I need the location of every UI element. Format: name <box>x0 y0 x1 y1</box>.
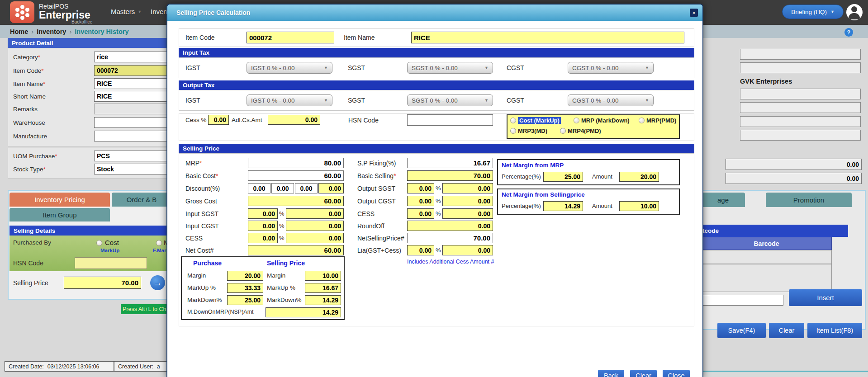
right-field-3[interactable] <box>740 89 861 99</box>
net-margin-sp-amt[interactable]: 10.00 <box>619 201 659 211</box>
input-sgst-pct-field[interactable]: 0.00 <box>248 208 278 219</box>
out-cess-pct-field[interactable]: 0.00 <box>407 208 434 219</box>
mrp-radio[interactable] <box>156 240 162 246</box>
discount-field-2[interactable]: 0.00 <box>271 183 294 193</box>
input-cgst-select[interactable]: CGST 0 % - 0.00▼ <box>568 62 654 74</box>
net-margin-mrp-pct[interactable]: 25.00 <box>543 172 583 182</box>
selling-margin-field[interactable]: 10.00 <box>305 271 341 281</box>
output-igst-select[interactable]: IGST 0 % - 0.00▼ <box>247 94 332 106</box>
tab-item-group[interactable]: Item Group <box>9 208 110 221</box>
input-igst-select[interactable]: IGST 0 % - 0.00▼ <box>247 62 332 74</box>
uom-purchase-field[interactable]: PCS <box>94 151 172 161</box>
cost-markup-option[interactable]: Cost (MarkUp) <box>518 117 561 124</box>
output-sgst-amt-field[interactable]: 0.00 <box>442 183 493 193</box>
mrp4-pmd-option[interactable]: MRP4(PMD) <box>568 127 601 134</box>
right-field-4[interactable] <box>740 102 861 113</box>
go-arrow-button[interactable]: → <box>150 275 165 290</box>
input-sgst-select[interactable]: SGST 0 % - 0.00▼ <box>407 62 493 74</box>
category-field[interactable]: rice <box>94 52 172 62</box>
remarks-field[interactable] <box>94 104 172 114</box>
mdown-on-mrp-field[interactable]: 14.29 <box>266 307 341 317</box>
barcode-row-2[interactable] <box>701 264 832 292</box>
item-code-field[interactable]: 000072 <box>247 32 334 43</box>
breadcrumb-home[interactable]: Home <box>10 28 28 35</box>
sp-fixing-field[interactable]: 16.67 <box>407 158 493 168</box>
hsn-code-field[interactable] <box>75 257 147 269</box>
insert-button[interactable]: Insert <box>789 289 862 306</box>
help-icon[interactable]: ? <box>844 28 853 37</box>
right-field-6[interactable] <box>740 130 861 141</box>
item-name-field[interactable]: RICE <box>94 78 172 89</box>
cess-pct-field[interactable]: 0.00 <box>248 233 278 243</box>
purchase-margin-field[interactable]: 20.00 <box>227 271 263 281</box>
close-button[interactable]: Close <box>663 370 690 377</box>
cess-amt-field[interactable]: 0.00 <box>286 233 344 243</box>
clear-button[interactable]: Clear <box>769 323 804 338</box>
gross-cost-field[interactable]: 60.00 <box>248 196 344 206</box>
discount-field-1[interactable]: 0.00 <box>248 183 270 193</box>
input-sgst-amt-field[interactable]: 0.00 <box>286 208 344 219</box>
close-icon[interactable]: × <box>690 9 698 17</box>
tab-promotion[interactable]: Promotion <box>766 193 852 207</box>
adl-cs-amt-field[interactable]: 0.00 <box>268 115 320 125</box>
input-cgst-pct-field[interactable]: 0.00 <box>248 221 278 231</box>
right-field-5[interactable] <box>740 116 861 127</box>
nav-inventory[interactable]: Inven <box>151 8 167 15</box>
right-field-1[interactable] <box>740 49 861 60</box>
net-cost-field[interactable]: 60.00 <box>248 245 344 255</box>
output-cgst-select[interactable]: CGST 0 % - 0.00▼ <box>568 94 654 106</box>
purchase-markdown-field[interactable]: 25.00 <box>227 295 263 305</box>
barcode-row-1[interactable] <box>701 250 832 264</box>
mrp-markdown-option[interactable]: MRP (MarkDown) <box>581 117 630 124</box>
output-sgst-pct-field[interactable]: 0.00 <box>407 183 434 193</box>
mrp-pmd-option[interactable]: MRP(PMD) <box>646 117 676 124</box>
out-cess-amt-field[interactable]: 0.00 <box>442 208 493 219</box>
roundoff-field[interactable]: 0.00 <box>407 221 493 231</box>
mrp3-md-option[interactable]: MRP3(MD) <box>518 127 547 134</box>
mrp-field[interactable]: 80.00 <box>248 158 344 168</box>
briefing-hq-button[interactable]: Briefing (HQ) ▼ <box>782 5 844 19</box>
net-margin-mrp-amt[interactable]: 20.00 <box>619 172 659 182</box>
user-avatar[interactable] <box>846 4 863 20</box>
tab-order-booking[interactable]: Order & B <box>112 193 171 207</box>
dialog-header[interactable]: Selling Price Calculation <box>167 5 702 21</box>
item-list-button[interactable]: Item List(F8) <box>807 323 862 338</box>
net-selling-price-field[interactable]: 70.00 <box>407 233 493 243</box>
discount-field-4[interactable]: 0.00 <box>318 183 344 193</box>
purchase-markup-field[interactable]: 33.33 <box>227 283 263 293</box>
tab-inventory-pricing[interactable]: Inventory Pricing <box>9 193 110 207</box>
selling-price-field[interactable]: 70.00 <box>64 277 141 289</box>
hsn-code-field[interactable] <box>407 114 493 126</box>
output-sgst-select[interactable]: SGST 0 % - 0.00▼ <box>407 94 493 106</box>
short-name-field[interactable]: RICE <box>94 91 172 102</box>
mrp3-md-radio[interactable] <box>510 128 516 134</box>
save-button[interactable]: Save(F4) <box>717 323 766 338</box>
lia-pct-field[interactable]: 0.00 <box>407 245 434 255</box>
discount-field-3[interactable]: 0.00 <box>295 183 318 193</box>
cost-radio[interactable] <box>96 240 102 246</box>
tab-fragment[interactable]: age <box>701 193 745 207</box>
output-cgst-pct-field[interactable]: 0.00 <box>407 196 434 206</box>
basic-cost-field[interactable]: 60.00 <box>248 170 344 181</box>
back-button[interactable]: Back <box>598 370 624 377</box>
selling-markup-field[interactable]: 16.67 <box>305 283 341 293</box>
clear-button[interactable]: Clear <box>630 370 657 377</box>
mrp-pmd-radio[interactable] <box>639 118 645 123</box>
cost-markup-radio[interactable] <box>510 118 516 123</box>
item-code-field[interactable]: 000072 <box>94 65 172 76</box>
net-margin-sp-pct[interactable]: 14.29 <box>543 201 583 211</box>
basic-selling-field[interactable]: 70.00 <box>407 170 493 181</box>
breadcrumb-inventory[interactable]: Inventory <box>37 28 66 35</box>
stock-type-field[interactable]: Stock <box>94 164 172 174</box>
right-field-2[interactable] <box>740 62 861 73</box>
item-name-field[interactable]: RICE <box>411 32 684 43</box>
nav-masters[interactable]: Masters ▼ <box>111 8 142 15</box>
mrp4-pmd-radio[interactable] <box>560 128 566 134</box>
warehouse-field[interactable] <box>94 117 172 128</box>
input-cgst-amt-field[interactable]: 0.00 <box>286 221 344 231</box>
cess-pct-field[interactable]: 0.00 <box>208 115 229 125</box>
manufacture-field[interactable] <box>94 131 172 141</box>
barcode-input[interactable] <box>701 295 783 306</box>
lia-amt-field[interactable]: 0.00 <box>442 245 493 255</box>
output-cgst-amt-field[interactable]: 0.00 <box>442 196 493 206</box>
